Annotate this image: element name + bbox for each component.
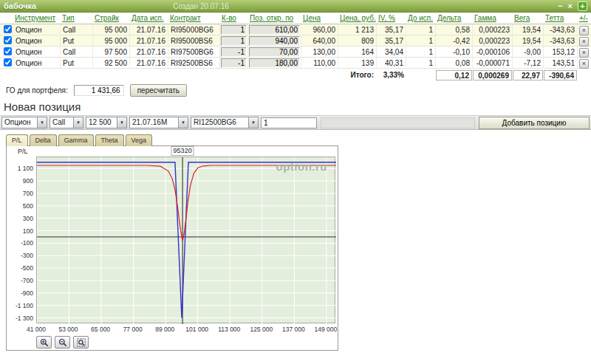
x-axis-tick-label: 77 000	[123, 326, 143, 333]
portfolio-margin-label: ГО для портфеля:	[6, 86, 68, 95]
app-window: бабочка Создан 20.07.16 − × + Инструмент…	[0, 0, 591, 364]
col-header-open-price[interactable]: Поз. откр. по	[250, 14, 293, 22]
tab-vega[interactable]: Vega	[126, 134, 153, 146]
y-axis-tick-label: -300	[8, 252, 33, 259]
zoom-in-icon	[40, 338, 49, 347]
instrument-select[interactable]: Опцион ▼	[1, 117, 47, 128]
new-position-row: Опцион ▼ Call ▼ 12 500 ▼ 21.07.16M ▼ RI1…	[0, 115, 591, 130]
delete-row-button[interactable]: ×	[579, 37, 589, 47]
open-price-input[interactable]	[249, 25, 300, 35]
new-position-qty-input[interactable]	[261, 117, 317, 128]
positions-table-header: Инструмент Тип Страйк Дата исп. Контракт…	[0, 13, 591, 24]
y-axis-title: P/L	[18, 148, 28, 155]
titlebar: бабочка Создан 20.07.16 − × +	[0, 0, 591, 13]
cell-strike: 92 500	[93, 58, 130, 69]
col-header-price[interactable]: Цена	[303, 14, 321, 22]
y-axis-tick-label: 500	[8, 202, 33, 210]
delete-row-button[interactable]: ×	[579, 26, 589, 35]
open-price-input[interactable]	[249, 36, 300, 46]
col-header-theta[interactable]: Тетта	[545, 14, 564, 22]
position-row: Опцион Put 95 000 21.07.16 RI95000BS6 64…	[0, 35, 591, 47]
add-window-icon[interactable]: +	[578, 1, 587, 11]
x-axis-tick-label: 101 000	[185, 326, 208, 333]
col-header-days[interactable]: До исп.	[408, 14, 433, 22]
row-enabled-checkbox[interactable]	[4, 58, 12, 66]
strike-select[interactable]: 12 500 ▼	[86, 117, 127, 128]
col-header-plus-minus[interactable]: +/-	[579, 14, 588, 22]
col-header-price-rub[interactable]: Цена, руб.	[340, 14, 376, 22]
row-enabled-checkbox[interactable]	[4, 47, 12, 55]
delete-row-button[interactable]: ×	[579, 48, 589, 58]
tab-gamma[interactable]: Gamma	[58, 134, 94, 146]
contract-select[interactable]: RI12500BG6 ▼	[191, 117, 259, 128]
cell-days: 1	[406, 58, 436, 69]
zoom-fit-button[interactable]	[73, 336, 89, 348]
cell-vega: 19,54	[513, 24, 544, 35]
x-axis-tick-label: 113 000	[218, 326, 240, 333]
watermark: option.ru	[276, 160, 327, 173]
cell-instrument: Опцион	[13, 35, 61, 47]
col-header-contract[interactable]: Контракт	[170, 14, 201, 22]
totals-delta: 0,12	[436, 70, 472, 80]
cell-expiry: 21.07.16	[130, 58, 168, 69]
chart-tabs: P/L Delta Gamma Theta Vega	[6, 134, 591, 145]
cell-price-rub: 1 213	[338, 24, 377, 35]
pl-chart: P/L 95320 option.ru 1 100900700500300100…	[6, 145, 338, 351]
row-enabled-checkbox[interactable]	[4, 25, 12, 33]
cell-instrument: Опцион	[13, 58, 61, 69]
cell-gamma: -0,000071	[473, 58, 513, 69]
delete-row-button[interactable]: ×	[579, 59, 589, 69]
open-price-input[interactable]	[249, 58, 300, 68]
add-position-button[interactable]: Добавить позицию	[479, 117, 590, 129]
col-header-strike[interactable]: Страйк	[95, 14, 119, 22]
y-axis-tick-label: 300	[8, 215, 33, 222]
col-header-gamma[interactable]: Гамма	[474, 14, 496, 22]
recalculate-button[interactable]: пересчитать	[130, 84, 187, 97]
col-header-instrument[interactable]: Инструмент	[15, 14, 55, 22]
y-axis-tick-label: 900	[8, 177, 33, 185]
cell-iv: 40,31	[377, 58, 406, 69]
tab-theta[interactable]: Theta	[95, 134, 124, 146]
cell-iv: 35,17	[377, 24, 406, 35]
qty-input[interactable]	[221, 25, 247, 35]
chevron-down-icon: ▼	[178, 117, 188, 128]
col-header-type[interactable]: Тип	[62, 14, 75, 22]
cell-strike: 95 000	[93, 24, 130, 35]
chevron-down-icon: ▼	[73, 117, 83, 128]
col-header-qty[interactable]: К-во	[222, 14, 236, 22]
qty-input[interactable]	[221, 58, 247, 68]
cell-theta: -343,63	[544, 24, 578, 35]
totals-iv: 3,33%	[377, 71, 406, 79]
cell-price: 640,00	[301, 35, 338, 47]
cell-vega: -7,12	[513, 58, 544, 69]
position-row: Опцион Put 92 500 21.07.16 RI92500BS6 11…	[0, 58, 591, 69]
col-header-delta[interactable]: Дельта	[437, 14, 461, 22]
col-header-expiry[interactable]: Дата исп.	[131, 14, 164, 22]
expiry-select[interactable]: 21.07.16M ▼	[129, 117, 188, 128]
zoom-in-button[interactable]	[36, 336, 52, 348]
tab-pl[interactable]: P/L	[6, 134, 28, 146]
x-axis-tick-label: 53 000	[59, 326, 78, 333]
option-type-select[interactable]: Call ▼	[49, 117, 83, 128]
open-price-input[interactable]	[249, 47, 300, 57]
zoom-out-button[interactable]	[55, 336, 70, 348]
position-row: Опцион Call 95 000 21.07.16 RI95000BG6 9…	[0, 24, 591, 35]
close-icon[interactable]: ×	[568, 1, 573, 10]
row-enabled-checkbox[interactable]	[4, 36, 12, 44]
portfolio-margin-input[interactable]	[74, 85, 124, 96]
cell-delta: -0,42	[436, 35, 473, 47]
col-header-iv[interactable]: IV, %	[378, 14, 395, 22]
chevron-down-icon: ▼	[117, 117, 126, 128]
qty-input[interactable]	[221, 36, 247, 46]
minimize-icon[interactable]: −	[558, 1, 562, 10]
cell-type: Put	[61, 58, 93, 69]
qty-input[interactable]	[221, 47, 247, 57]
x-axis-tick-label: 89 000	[155, 326, 174, 333]
chevron-down-icon: ▼	[37, 117, 47, 128]
x-axis-tick-label: 149 000	[315, 326, 338, 333]
cell-contract: RI97500BG6	[168, 47, 220, 58]
col-header-vega[interactable]: Вега	[514, 14, 530, 22]
cell-contract: RI95000BS6	[168, 35, 220, 47]
tab-delta[interactable]: Delta	[30, 134, 57, 146]
zoom-fit-icon	[77, 338, 86, 347]
